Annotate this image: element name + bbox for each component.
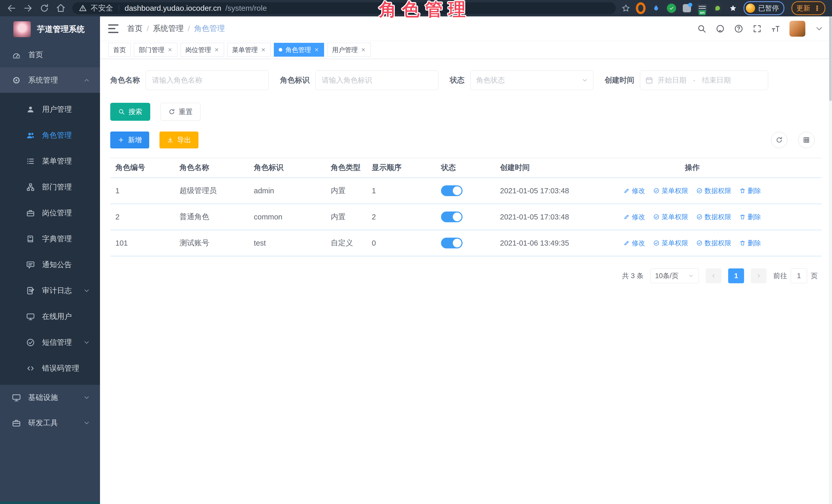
role-key-input[interactable] [315,71,438,90]
search-icon[interactable] [697,24,706,33]
page-scrollbar[interactable] [829,17,832,504]
browser-home-icon[interactable] [56,3,66,13]
delete-action[interactable]: 删除 [739,213,761,221]
sidebar-item-menus[interactable]: 菜单管理 [0,148,100,174]
font-size-icon[interactable] [771,24,780,33]
add-button[interactable]: 新增 [110,132,149,149]
sidebar-item-posts[interactable]: 岗位管理 [0,200,100,226]
dev-tools-icon [12,418,21,428]
cell-role-id: 2 [110,213,174,221]
browser-reload-icon[interactable] [40,3,49,13]
browser-profile-chip[interactable]: 已暂停 [744,1,784,15]
search-button[interactable]: 搜索 [110,103,150,121]
browser-back-icon[interactable] [7,3,17,13]
data-permission-action[interactable]: 数据权限 [696,186,731,195]
data-permission-action[interactable]: 数据权限 [696,213,731,221]
cell-sort: 0 [367,239,436,247]
reset-button[interactable]: 重置 [160,103,201,121]
scrollbar-thumb[interactable] [829,17,832,101]
sidebar-item-sms[interactable]: 短信管理 [0,329,100,355]
column-settings-button[interactable] [798,132,814,148]
sidebar-item-infrastructure[interactable]: 基础设施 [0,385,100,410]
github-icon[interactable] [716,24,725,33]
extension-icon-leaf[interactable] [713,3,723,13]
menu-permission-action[interactable]: 菜单权限 [653,186,688,195]
status-toggle[interactable] [441,212,463,222]
chevron-down-icon [83,287,90,294]
table-row: 2 普通角色 common 内置 2 2021-01-05 17:03:48 修… [110,204,822,231]
tab-close-icon[interactable] [314,47,319,52]
tab-roles-active[interactable]: 角色管理 [274,43,324,57]
tab-users[interactable]: 用户管理 [327,43,371,57]
sidebar-item-departments[interactable]: 部门管理 [0,174,100,200]
sidebar-item-users[interactable]: 用户管理 [0,97,100,122]
goto-page-input[interactable] [791,268,807,283]
sidebar-item-online-users[interactable]: 在线用户 [0,303,100,329]
url-path: /system/role [225,4,267,12]
status-toggle[interactable] [441,185,463,196]
extension-icon-gray-badge[interactable] [682,3,692,13]
check-circle-icon [653,214,659,220]
role-name-input[interactable] [146,71,269,90]
tab-home[interactable]: 首页 [108,43,131,57]
sidebar-item-system[interactable]: 系统管理 [0,68,100,93]
next-page-button[interactable] [751,268,766,283]
sidebar-item-error-codes[interactable]: 错误码管理 [0,355,100,381]
extension-icon-switch-on[interactable]: on [697,3,707,13]
sidebar-item-roles[interactable]: 角色管理 [0,122,100,148]
address-bar[interactable]: 不安全 dashboard.yudao.iocoder.cn/system/ro… [72,2,616,14]
sidebar-item-dev-tools[interactable]: 研发工具 [0,410,100,435]
tag-bar: 首页 部门管理 岗位管理 菜单管理 角色管理 [100,41,832,59]
browser-menu-icon[interactable] [814,5,821,11]
extension-icon-ghost[interactable] [728,3,738,13]
extension-icon-drop[interactable] [651,3,661,13]
refresh-table-button[interactable] [771,132,787,148]
check-circle-icon [653,188,659,194]
status-toggle[interactable] [441,238,463,248]
edit-action[interactable]: 修改 [624,239,645,248]
sidebar-item-notices[interactable]: 通知公告 [0,252,100,277]
profile-paused-label: 已暂停 [758,4,779,13]
status-select[interactable]: 角色状态 [470,71,593,90]
delete-action[interactable]: 删除 [739,186,761,195]
sidebar-item-dictionary[interactable]: 字典管理 [0,226,100,252]
extension-icon-green-check[interactable] [667,3,676,13]
help-icon[interactable] [734,24,743,33]
sidebar-item-audit-log[interactable]: 审计日志 [0,277,100,303]
breadcrumb-home[interactable]: 首页 [127,23,142,34]
bookmark-star-icon[interactable] [622,4,630,12]
tab-posts[interactable]: 岗位管理 [181,43,224,57]
search-button-row: 搜索 重置 [110,103,822,121]
extension-icon-adblock[interactable] [636,3,646,13]
date-range-picker[interactable]: 开始日期 - 结束日期 [640,71,768,90]
menu-permission-action[interactable]: 菜单权限 [653,239,688,248]
menu-permission-action[interactable]: 菜单权限 [653,213,688,221]
edit-action[interactable]: 修改 [624,213,645,221]
security-warning-icon[interactable] [79,4,87,12]
tab-close-icon[interactable] [167,47,173,52]
breadcrumb-section[interactable]: 系统管理 [153,23,184,34]
col-actions: 操作 [615,162,769,173]
user-avatar[interactable] [789,21,805,37]
page-size-select[interactable]: 10条/页 [650,268,699,283]
sidebar-logo[interactable]: 芋道管理系统 [0,17,100,42]
avatar-caret-down-icon[interactable] [814,24,824,33]
tab-menus[interactable]: 菜单管理 [227,43,271,57]
delete-action[interactable]: 删除 [739,239,761,248]
current-page-button[interactable]: 1 [728,268,744,283]
export-button[interactable]: 导出 [159,132,199,149]
tab-departments[interactable]: 部门管理 [134,43,177,57]
browser-forward-icon[interactable] [23,3,33,13]
fullscreen-icon[interactable] [753,24,762,33]
sidebar-item-home[interactable]: 首页 [0,42,100,68]
data-permission-action[interactable]: 数据权限 [696,239,731,248]
tab-close-icon[interactable] [361,47,366,52]
tab-close-icon[interactable] [214,47,219,52]
hamburger-icon[interactable] [108,24,119,33]
edit-action[interactable]: 修改 [624,186,645,195]
tab-close-icon[interactable] [261,47,266,52]
tab-label: 首页 [113,46,126,54]
prev-page-button[interactable] [706,268,722,283]
role-key-label: 角色标识 [280,75,310,85]
browser-update-chip[interactable]: 更新 [791,1,825,15]
